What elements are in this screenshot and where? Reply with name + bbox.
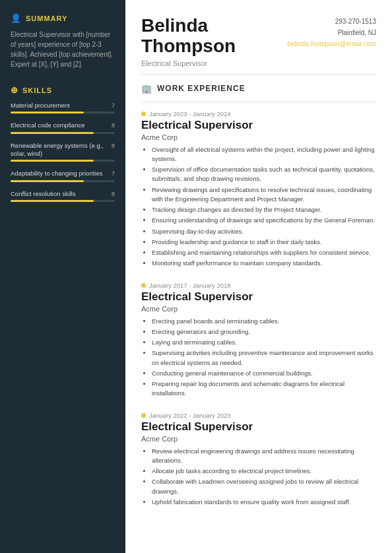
summary-text: Electrical Supervisor with [number of ye… bbox=[11, 30, 115, 69]
section-divider bbox=[141, 102, 376, 102]
job-date: January 2022 - January 2023 bbox=[141, 412, 376, 419]
bullet: Ensuring understanding of drawings and s… bbox=[152, 216, 376, 225]
bullet: Oversight of all electrical systems with… bbox=[152, 145, 376, 164]
skill-name: Renewable energy systems (e.g., solar, w… bbox=[11, 142, 109, 158]
skill-bar-fill bbox=[11, 112, 84, 114]
skill-item: Material procurement 7 bbox=[11, 102, 115, 114]
skill-name: Material procurement bbox=[11, 102, 70, 110]
job-position-title: Electrical Supervisor bbox=[141, 119, 376, 132]
skill-bar-bg bbox=[11, 200, 115, 202]
skill-bar-bg bbox=[11, 160, 115, 162]
job-entry: January 2023 - January 2024 Electrical S… bbox=[141, 110, 376, 269]
job-entry: January 2022 - January 2023 Electrical S… bbox=[141, 412, 376, 507]
job-entry: January 2017 - January 2018 Electrical S… bbox=[141, 282, 376, 399]
bullet: Providing leadership and guidance to sta… bbox=[152, 238, 376, 247]
contact-block: 293-270-1513 Plainfield, NJ belinda.thom… bbox=[287, 16, 376, 49]
bullet: Establishing and maintaining relationshi… bbox=[152, 248, 376, 257]
bullet: Allocate job tasks according to electric… bbox=[152, 467, 376, 476]
bullet: Supervision of office documentation task… bbox=[152, 165, 376, 184]
work-icon: 🏢 bbox=[141, 84, 152, 94]
job-bullets: Review electrical engineering drawings a… bbox=[141, 447, 376, 507]
skill-score: 8 bbox=[112, 191, 115, 197]
sidebar: 👤 SUMMARY Electrical Supervisor with [nu… bbox=[0, 0, 125, 553]
bullet: Tracking design changes as directed by t… bbox=[152, 205, 376, 214]
name-block: Belinda Thompson Electrical Supervisor bbox=[141, 16, 236, 67]
skill-bar-bg bbox=[11, 180, 115, 182]
skill-item: Adaptability to changing priorities 7 bbox=[11, 170, 115, 181]
skill-item: Conflict resolution skills 8 bbox=[11, 190, 115, 202]
bullet: Conducting general maintenance of commer… bbox=[152, 369, 376, 378]
skill-bar-bg bbox=[11, 112, 115, 114]
resume-header: Belinda Thompson Electrical Supervisor 2… bbox=[141, 16, 376, 75]
bullet: Supervising activities including prevent… bbox=[152, 348, 376, 368]
skill-bar-fill bbox=[11, 180, 84, 182]
job-bullets: Erecting panel boards and terminating ca… bbox=[141, 317, 376, 399]
skill-bar-fill bbox=[11, 132, 94, 134]
location: Plainfield, NJ bbox=[287, 27, 376, 38]
skill-score: 7 bbox=[112, 170, 115, 177]
full-name: Belinda Thompson bbox=[141, 16, 236, 57]
bullet: Laying and terminating cables. bbox=[152, 338, 376, 347]
skill-item: Electrical code compliance 8 bbox=[11, 121, 115, 133]
skill-bar-fill bbox=[11, 160, 94, 162]
job-company: Acme Corp bbox=[141, 133, 376, 141]
bullet: Erecting generators and grounding. bbox=[152, 327, 376, 337]
job-company: Acme Corp bbox=[141, 435, 376, 443]
bullet: Review electrical engineering drawings a… bbox=[152, 447, 376, 466]
skill-item: Renewable energy systems (e.g., solar, w… bbox=[11, 142, 115, 162]
skill-score: 8 bbox=[112, 122, 115, 129]
skills-list: Material procurement 7 Electrical code c… bbox=[11, 102, 115, 202]
skill-score: 7 bbox=[112, 102, 115, 109]
work-experience-title: 🏢 WORK EXPERIENCE bbox=[141, 84, 376, 94]
bullet: Supervising day-to-day activities. bbox=[152, 227, 376, 236]
job-position-title: Electrical Supervisor bbox=[141, 290, 376, 304]
job-company: Acme Corp bbox=[141, 305, 376, 313]
skills-icon: ⊕ bbox=[11, 85, 18, 95]
skills-section-title: ⊕ SKILLS bbox=[11, 85, 115, 95]
summary-icon: 👤 bbox=[11, 13, 22, 23]
skill-name: Adaptability to changing priorities bbox=[11, 170, 102, 178]
bullet: Reviewing drawings and specifications to… bbox=[152, 185, 376, 205]
skill-name: Conflict resolution skills bbox=[11, 190, 76, 198]
job-date: January 2017 - January 2018 bbox=[141, 282, 376, 289]
main-content: Belinda Thompson Electrical Supervisor 2… bbox=[125, 0, 392, 553]
jobs-list: January 2023 - January 2024 Electrical S… bbox=[141, 110, 376, 507]
summary-section-title: 👤 SUMMARY bbox=[11, 13, 115, 23]
skill-name: Electrical code compliance bbox=[11, 121, 84, 129]
skill-score: 8 bbox=[112, 143, 115, 149]
email: belinda.thompson@email.com bbox=[287, 38, 376, 49]
phone: 293-270-1513 bbox=[287, 16, 376, 27]
skill-bar-fill bbox=[11, 200, 94, 202]
job-position-title: Electrical Supervisor bbox=[141, 420, 376, 434]
bullet: Collaborate with Leadmen overseeing assi… bbox=[152, 477, 376, 496]
bullet: Monitoring staff performance to maintain… bbox=[152, 259, 376, 268]
bullet: Preparing repair log documents and schem… bbox=[152, 379, 376, 399]
skill-bar-bg bbox=[11, 132, 115, 134]
bullet: Uphold fabrication standards to ensure q… bbox=[152, 498, 376, 507]
bullet: Erecting panel boards and terminating ca… bbox=[152, 317, 376, 326]
job-bullets: Oversight of all electrical systems with… bbox=[141, 145, 376, 269]
job-title-header: Electrical Supervisor bbox=[141, 59, 236, 67]
job-date: January 2023 - January 2024 bbox=[141, 110, 376, 117]
